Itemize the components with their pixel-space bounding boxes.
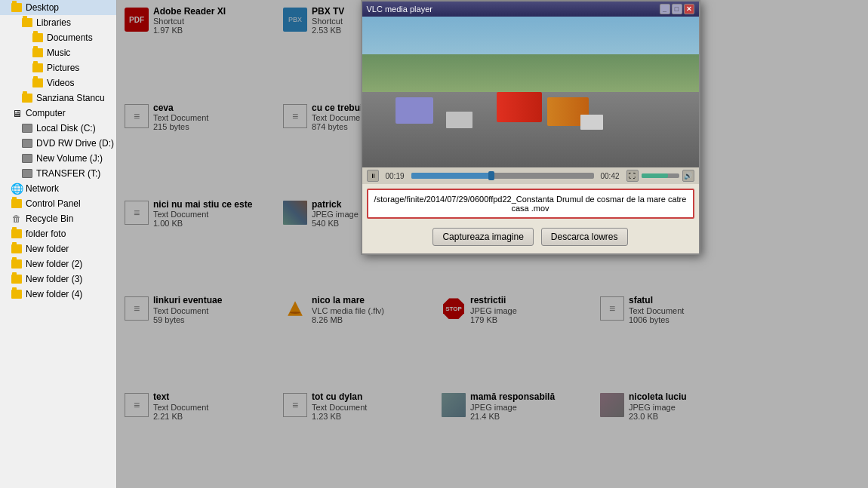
sidebar-item-label: New folder (4) <box>26 289 82 299</box>
sidebar-item-libraries[interactable]: Libraries <box>0 15 116 30</box>
sidebar-item-new-folder3[interactable]: New folder (3) <box>0 272 116 287</box>
sidebar-item-folder-foto[interactable]: folder foto <box>0 226 116 241</box>
pictures-icon <box>32 62 44 74</box>
main-area: PDF Adobe Reader XI Shortcut 1.97 KB PBX… <box>117 0 868 488</box>
sidebar-item-newvolume[interactable]: New Volume (J:) <box>0 151 116 166</box>
capture-button[interactable]: Captureaza imagine <box>432 228 533 246</box>
vlc-controls: ⏸ 00:19 00:42 ⛶ 🔊 <box>362 167 699 184</box>
sidebar-item-network[interactable]: 🌐 Network <box>0 181 116 196</box>
sidebar-item-label: New folder (2) <box>26 259 82 269</box>
vlc-maximize-button[interactable]: □ <box>672 4 682 14</box>
sidebar-item-dvdrw[interactable]: DVD RW Drive (D:) <box>0 136 116 151</box>
network-icon: 🌐 <box>11 183 23 195</box>
vlc-action-buttons: Captureaza imagine Descarca lowres <box>362 223 699 250</box>
sidebar-item-label: Libraries <box>36 17 71 28</box>
vlc-pause-button[interactable]: ⏸ <box>367 170 379 182</box>
sidebar-item-label: folder foto <box>26 229 66 239</box>
sidebar-item-documents[interactable]: Documents <box>0 30 116 45</box>
music-icon <box>32 47 44 59</box>
sidebar-item-videos[interactable]: Videos <box>0 75 116 91</box>
sidebar-item-label: Local Disk (C:) <box>36 123 96 134</box>
vlc-progress-bar[interactable] <box>411 173 594 179</box>
sidebar-item-label: New Volume (J:) <box>36 153 103 164</box>
vlc-window: VLC media player _ □ ✕ <box>361 0 700 255</box>
sidebar-item-label: Videos <box>47 78 74 88</box>
libraries-icon <box>21 17 33 29</box>
sidebar-item-new-folder4[interactable]: New folder (4) <box>0 287 116 302</box>
computer-icon: 🖥 <box>11 107 23 119</box>
vlc-minimize-button[interactable]: _ <box>660 4 670 14</box>
vlc-titlebar: VLC media player _ □ ✕ <box>362 2 699 17</box>
sidebar-item-new-folder2[interactable]: New folder (2) <box>0 256 116 272</box>
vlc-modal-overlay: VLC media player _ □ ✕ <box>117 0 868 488</box>
sidebar-item-label: Recycle Bin <box>26 213 73 224</box>
sidebar-item-pictures[interactable]: Pictures <box>0 60 116 75</box>
controlpanel-icon <box>11 198 23 210</box>
documents-icon <box>32 32 44 44</box>
new-folder4-icon <box>11 288 23 300</box>
sidebar-item-label: Control Panel <box>26 198 81 209</box>
truck1 <box>497 92 542 122</box>
sidebar-item-label: Desktop <box>26 2 59 13</box>
new-folder3-icon <box>11 273 23 285</box>
car1 <box>446 112 472 128</box>
sidebar-item-label: Computer <box>26 108 66 118</box>
sidebar-item-label: Documents <box>47 32 93 43</box>
new-folder-icon <box>11 243 23 255</box>
sidebar-item-music[interactable]: Music <box>0 45 116 60</box>
desktop-icon <box>11 2 23 14</box>
volume-icon <box>21 152 33 164</box>
car2 <box>580 115 603 130</box>
vlc-progress-handle[interactable] <box>488 171 494 180</box>
sidebar-item-desktop[interactable]: Desktop <box>0 0 116 15</box>
sidebar-item-transfer[interactable]: TRANSFER (T:) <box>0 166 116 181</box>
sidebar-item-label: TRANSFER (T:) <box>36 168 100 179</box>
sidebar-item-label: Music <box>47 48 70 58</box>
vlc-time-elapsed: 00:19 <box>382 172 408 180</box>
recycle-icon: 🗑 <box>11 213 23 225</box>
sidebar-item-controlpanel[interactable]: Control Panel <box>0 196 116 211</box>
vlc-window-buttons: _ □ ✕ <box>660 4 694 14</box>
sidebar-item-label: Pictures <box>47 63 79 73</box>
sidebar-item-label: New folder <box>26 244 69 254</box>
sidebar-item-label: Network <box>26 183 59 194</box>
new-folder2-icon <box>11 258 23 270</box>
vlc-close-button[interactable]: ✕ <box>684 4 694 14</box>
vlc-volume-fill <box>642 173 668 178</box>
sidebar-item-recycle[interactable]: 🗑 Recycle Bin <box>0 211 116 226</box>
sidebar-item-localc[interactable]: Local Disk (C:) <box>0 121 116 136</box>
sidebar-item-computer[interactable]: 🖥 Computer <box>0 106 116 121</box>
folder-foto-icon <box>11 228 23 240</box>
transfer-icon <box>21 167 33 180</box>
vlc-filepath: /storage/finite/2014/07/29/0600ffpd22_Co… <box>367 189 694 219</box>
vlc-progress-fill <box>411 173 491 179</box>
vlc-window-title: VLC media player <box>367 5 432 14</box>
sidebar-item-label: New folder (3) <box>26 274 82 284</box>
sidebar-item-label: Sanziana Stancu <box>36 93 105 103</box>
sidebar-item-new-folder[interactable]: New folder <box>0 241 116 256</box>
drive-icon <box>21 122 33 134</box>
videos-icon <box>32 77 44 89</box>
sidebar-item-sanziana[interactable]: Sanziana Stancu <box>0 91 116 106</box>
road-scene <box>362 17 699 167</box>
vlc-fullscreen-button[interactable]: ⛶ <box>626 170 639 182</box>
sidebar-item-label: DVD RW Drive (D:) <box>36 138 114 149</box>
vlc-volume-bar[interactable] <box>642 173 679 178</box>
vlc-speaker-icon[interactable]: 🔊 <box>682 170 694 182</box>
sidebar: Desktop Libraries Documents Music Pictur… <box>0 0 117 488</box>
dvd-drive-icon <box>21 137 33 149</box>
truck3 <box>396 97 433 124</box>
hills-element <box>362 54 699 92</box>
vlc-time-total: 00:42 <box>597 172 623 180</box>
user-icon <box>21 92 33 104</box>
vlc-video-area <box>362 17 699 167</box>
download-button[interactable]: Descarca lowres <box>541 228 628 246</box>
